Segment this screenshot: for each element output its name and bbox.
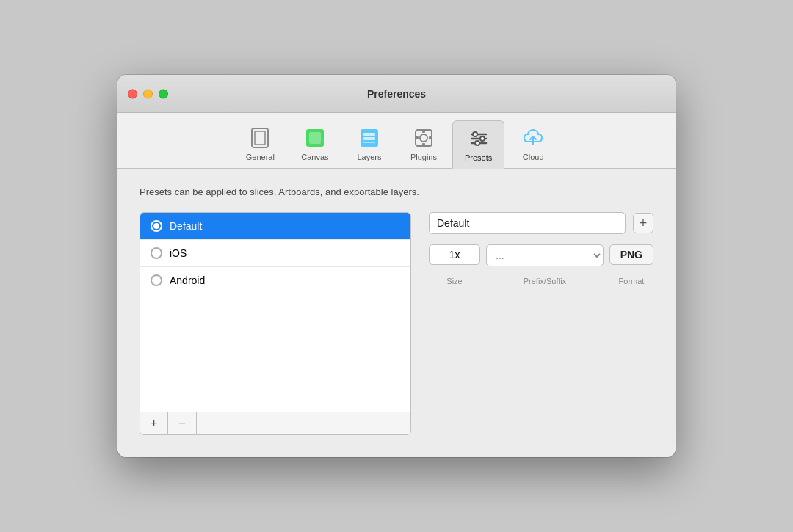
list-item-ios[interactable]: iOS [140, 240, 410, 267]
list-item-android[interactable]: Android [140, 267, 410, 294]
svg-rect-11 [422, 143, 425, 147]
tab-plugins[interactable]: Plugins [398, 120, 449, 168]
list-empty-area [140, 294, 410, 412]
minimize-button[interactable] [143, 89, 153, 98]
tab-cloud[interactable]: Cloud [507, 120, 559, 168]
content-area: Presets can be applied to slices, Artboa… [117, 169, 676, 457]
toolbar-tabs: General Canvas [220, 120, 573, 168]
export-settings-row: ... @2x @3x PNG [429, 244, 653, 266]
list-item-ios-label: iOS [170, 247, 187, 259]
radio-dot-default [153, 223, 159, 229]
export-labels: Size Prefix/Suffix Format [429, 277, 653, 285]
window-title: Preferences [367, 88, 426, 100]
tab-general-label: General [246, 153, 275, 161]
list-footer: + − [140, 412, 410, 434]
format-button[interactable]: PNG [609, 244, 653, 265]
canvas-icon [302, 125, 328, 151]
description-text: Presets can be applied to slices, Artboa… [140, 186, 653, 197]
title-bar: Preferences [117, 75, 676, 113]
size-input[interactable] [429, 244, 480, 265]
presets-icon [466, 125, 492, 152]
svg-rect-3 [309, 132, 321, 144]
svg-rect-13 [429, 136, 432, 139]
add-preset-button[interactable]: + [140, 412, 168, 434]
layers-icon [356, 125, 383, 151]
radio-android [151, 274, 162, 286]
tab-plugins-label: Plugins [410, 153, 437, 161]
cloud-icon [520, 125, 546, 151]
remove-preset-button[interactable]: − [168, 412, 196, 434]
radio-default [151, 220, 162, 232]
svg-point-9 [420, 134, 427, 142]
prefix-label: Prefix/Suffix [486, 277, 604, 285]
format-label: Format [609, 277, 653, 285]
general-icon [247, 125, 273, 151]
add-export-button[interactable]: + [633, 213, 653, 233]
tab-layers-label: Layers [357, 153, 381, 161]
tab-layers[interactable]: Layers [344, 120, 395, 168]
list-item-android-label: Android [170, 274, 205, 286]
svg-point-19 [475, 141, 479, 145]
toolbar: General Canvas [117, 113, 676, 169]
tab-general[interactable]: General [234, 120, 286, 168]
presets-list-panel: Default iOS Android + − [140, 212, 411, 435]
list-item-default[interactable]: Default [140, 213, 410, 240]
svg-rect-6 [363, 137, 375, 140]
traffic-lights [128, 89, 168, 98]
maximize-button[interactable] [159, 89, 168, 98]
preset-name-input[interactable] [429, 212, 626, 234]
tab-cloud-label: Cloud [523, 153, 544, 161]
tab-presets[interactable]: Presets [452, 120, 504, 169]
tab-canvas[interactable]: Canvas [289, 120, 341, 168]
prefix-suffix-select[interactable]: ... @2x @3x [486, 244, 604, 266]
tab-canvas-label: Canvas [301, 153, 328, 161]
svg-rect-12 [415, 136, 419, 139]
svg-point-18 [480, 136, 485, 141]
svg-rect-10 [422, 129, 425, 133]
right-panel: + ... @2x @3x PNG Size Prefix/Suffix For… [429, 212, 653, 285]
svg-rect-1 [255, 131, 265, 145]
radio-ios [151, 247, 162, 259]
svg-rect-7 [363, 142, 375, 143]
close-button[interactable] [128, 89, 137, 98]
preset-name-row: + [429, 212, 653, 234]
size-label: Size [429, 277, 480, 285]
preferences-window: Preferences General [117, 75, 676, 457]
plugins-icon [410, 125, 437, 151]
list-item-default-label: Default [170, 220, 202, 232]
svg-point-17 [473, 132, 477, 136]
svg-rect-5 [363, 133, 375, 136]
tab-presets-label: Presets [465, 153, 492, 162]
main-area: Default iOS Android + − [140, 212, 653, 435]
